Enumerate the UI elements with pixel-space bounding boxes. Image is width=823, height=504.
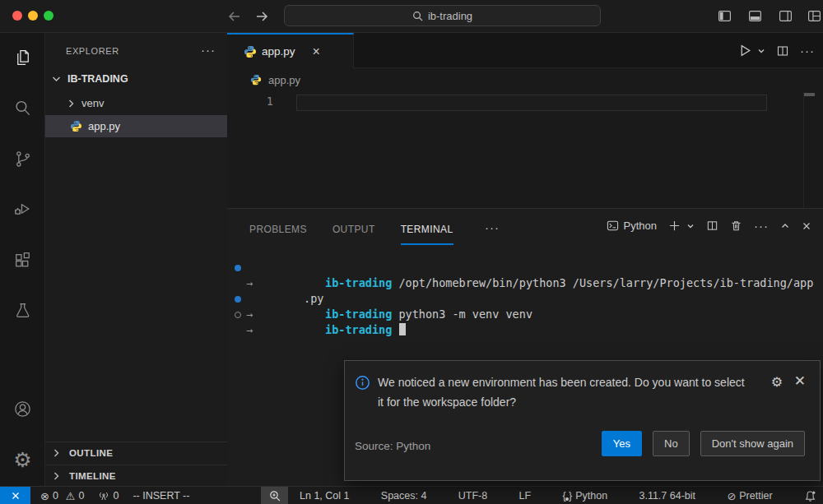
activity-bar: ⚙ xyxy=(0,33,45,486)
python-file-icon xyxy=(70,120,82,132)
editor-more-actions-icon[interactable]: ··· xyxy=(800,44,815,58)
command-success-decoration-icon[interactable] xyxy=(235,265,241,271)
tree-item-venv[interactable]: venv xyxy=(45,92,227,114)
editor-scrollbar[interactable] xyxy=(803,91,804,208)
extensions-icon[interactable] xyxy=(0,240,45,280)
split-editor-icon[interactable] xyxy=(776,44,789,58)
chevron-down-icon xyxy=(52,75,61,83)
command-center-search[interactable]: ib-trading xyxy=(284,5,601,26)
search-icon xyxy=(412,11,423,21)
line-number: 1 xyxy=(257,95,273,108)
run-python-file-icon[interactable] xyxy=(738,44,752,58)
command-pending-decoration-icon[interactable] xyxy=(235,312,241,318)
run-and-debug-icon[interactable] xyxy=(0,189,45,229)
testing-icon[interactable] xyxy=(0,290,45,330)
outline-section-header[interactable]: OUTLINE xyxy=(45,442,227,464)
breadcrumb[interactable]: app.py xyxy=(227,68,823,91)
search-value: ib-trading xyxy=(428,10,472,22)
indentation-status[interactable]: Spaces: 4 xyxy=(381,490,427,502)
new-terminal-icon[interactable] xyxy=(668,220,681,232)
ports-status[interactable]: 0 xyxy=(98,490,119,502)
zoom-status-item[interactable] xyxy=(261,487,288,504)
tree-root-ib-trading[interactable]: IB-TRADING xyxy=(45,67,227,90)
cursor-position-status[interactable]: Ln 1, Col 1 xyxy=(300,490,349,502)
title-bar: ib-trading xyxy=(0,0,823,33)
notification-close-icon[interactable]: ✕ xyxy=(794,372,806,390)
editor-tab-bar: app.py × ··· xyxy=(227,33,823,68)
toggle-primary-sidebar-icon[interactable] xyxy=(718,9,732,23)
python-interpreter-status[interactable]: 3.11.7 64-bit xyxy=(639,490,695,502)
remote-indicator[interactable] xyxy=(0,487,30,504)
terminal-launch-chevron-icon[interactable] xyxy=(686,222,695,230)
terminal-cursor xyxy=(399,323,406,335)
editor-group: app.py × ··· app.py xyxy=(227,33,823,208)
settings-gear-icon[interactable]: ⚙ xyxy=(0,440,45,479)
vscode-window: ib-trading xyxy=(0,0,823,504)
accounts-icon[interactable] xyxy=(0,389,45,428)
timeline-section-header[interactable]: TIMELINE xyxy=(45,465,227,487)
panel-more-actions-icon[interactable]: ··· xyxy=(754,219,769,233)
tab-output[interactable]: OUTPUT xyxy=(332,224,375,245)
info-icon xyxy=(355,375,370,391)
toggle-secondary-sidebar-icon[interactable] xyxy=(779,9,793,23)
tab-problems[interactable]: PROBLEMS xyxy=(249,224,307,245)
notification-settings-gear-icon[interactable]: ⚙ xyxy=(771,374,783,390)
zoom-window-button[interactable] xyxy=(44,11,53,21)
tab-app-py[interactable]: app.py × xyxy=(227,33,354,68)
no-button[interactable]: No xyxy=(653,431,690,456)
run-dropdown-chevron-icon[interactable] xyxy=(757,47,765,55)
navigate-back-icon[interactable] xyxy=(226,8,243,25)
problems-status[interactable]: ⊗ 0 ⚠ 0 xyxy=(40,490,84,502)
explorer-title: EXPLORER xyxy=(66,46,119,56)
python-file-icon xyxy=(250,74,263,86)
eol-status[interactable]: LF xyxy=(518,490,531,502)
minimize-window-button[interactable] xyxy=(28,11,38,21)
notifications-bell-icon[interactable] xyxy=(804,490,816,502)
tree-item-app-py[interactable]: app.py xyxy=(45,115,227,137)
chevron-right-icon xyxy=(52,449,61,457)
warning-icon: ⚠ xyxy=(66,490,76,502)
close-window-button[interactable] xyxy=(12,11,22,21)
notification-source: Source: Python xyxy=(355,440,430,452)
broadcast-tower-icon xyxy=(98,490,109,502)
formatter-status[interactable]: ⊘ Prettier xyxy=(727,490,772,502)
terminal-output[interactable]: →ib-trading /opt/homebrew/bin/python3 /U… xyxy=(227,260,823,322)
split-terminal-icon[interactable] xyxy=(706,220,718,232)
search-view-icon[interactable] xyxy=(0,88,45,127)
prettier-icon: ⊘ xyxy=(727,490,736,502)
overview-ruler-cursor-mark xyxy=(804,93,815,96)
source-control-icon[interactable] xyxy=(0,139,45,178)
dont-show-again-button[interactable]: Don't show again xyxy=(700,431,805,456)
terminal-line: →ib-trading /opt/homebrew/bin/python3 /U… xyxy=(227,260,823,275)
error-icon: ⊗ xyxy=(40,490,49,502)
current-line-highlight xyxy=(296,95,767,111)
close-panel-icon[interactable] xyxy=(802,221,811,231)
language-mode-status[interactable]: { } Python xyxy=(562,490,607,502)
panel-more-tabs-icon[interactable]: ··· xyxy=(485,220,500,234)
chevron-right-icon xyxy=(52,472,61,480)
command-success-decoration-icon[interactable] xyxy=(235,296,241,303)
yes-button[interactable]: Yes xyxy=(602,431,642,456)
close-tab-icon[interactable]: × xyxy=(313,45,320,58)
kill-terminal-trash-icon[interactable] xyxy=(730,220,742,232)
notification-message: We noticed a new environment has been cr… xyxy=(378,372,746,412)
encoding-status[interactable]: UTF-8 xyxy=(458,490,487,502)
toggle-panel-icon[interactable] xyxy=(748,9,762,23)
terminal-profile-selector[interactable]: Python xyxy=(607,220,657,232)
vim-mode-status[interactable]: -- INSERT -- xyxy=(133,490,189,502)
status-bar: ⊗ 0 ⚠ 0 0 -- INSERT -- Ln 1, Col 1 Spac xyxy=(0,486,823,504)
terminal-line: →ib-trading python3 -m venv venv xyxy=(227,291,823,307)
customize-layout-icon[interactable] xyxy=(807,9,821,23)
explorer-icon[interactable] xyxy=(0,38,45,77)
python-file-icon xyxy=(244,45,256,58)
magnifier-plus-icon xyxy=(269,490,281,502)
terminal-line-wrap: .py xyxy=(227,275,823,291)
tab-terminal[interactable]: TERMINAL xyxy=(401,224,453,245)
navigate-forward-icon[interactable] xyxy=(253,8,270,25)
explorer-sidebar: EXPLORER ··· IB-TRADING venv app.py xyxy=(45,33,227,486)
maximize-panel-chevron-icon[interactable] xyxy=(780,221,790,231)
terminal-prompt-line: →ib-trading xyxy=(227,307,823,322)
editor-content[interactable]: 1 xyxy=(227,91,823,208)
explorer-more-actions-icon[interactable]: ··· xyxy=(201,43,216,57)
notification-toast: We noticed a new environment has been cr… xyxy=(344,360,821,481)
